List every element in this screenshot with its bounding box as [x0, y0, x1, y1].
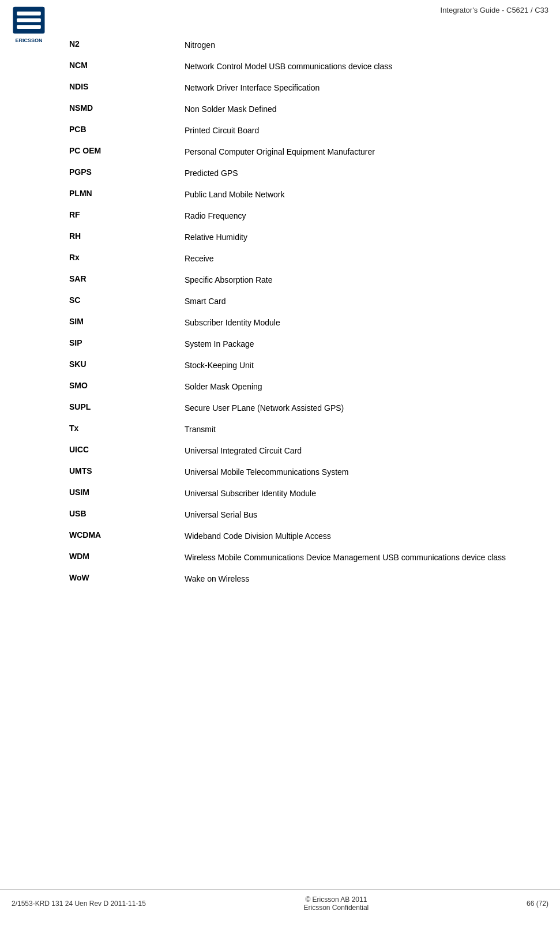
- footer-copyright-line1: © Ericsson AB 2011: [304, 896, 369, 904]
- abbrev-definition: Wake on Wireless: [185, 568, 525, 590]
- footer-doc-ref: 2/1553-KRD 131 24 Uen Rev D 2011-11-15: [12, 900, 146, 908]
- abbrev-definition: Personal Computer Original Equipment Man…: [185, 141, 525, 163]
- table-row: PCBPrinted Circuit Board: [69, 120, 525, 141]
- ericsson-logo: [12, 6, 46, 35]
- table-row: SKUStock-Keeping Unit: [69, 355, 525, 376]
- table-row: SARSpecific Absorption Rate: [69, 269, 525, 291]
- table-row: UMTSUniversal Mobile Telecommunications …: [69, 462, 525, 483]
- abbrev-term: PGPS: [69, 163, 185, 184]
- abbrev-definition: Solder Mask Opening: [185, 376, 525, 398]
- abbrev-term: Rx: [69, 248, 185, 269]
- table-row: SIMSubscriber Identity Module: [69, 312, 525, 334]
- table-row: SIPSystem In Package: [69, 334, 525, 355]
- abbrev-definition: Printed Circuit Board: [185, 120, 525, 141]
- abbrev-term: Tx: [69, 419, 185, 440]
- table-row: PGPSPredicted GPS: [69, 163, 525, 184]
- abbrev-definition: Predicted GPS: [185, 163, 525, 184]
- abbrev-term: PLMN: [69, 184, 185, 205]
- logo-area: ERICSSON: [12, 6, 46, 43]
- table-row: WoWWake on Wireless: [69, 568, 525, 590]
- abbrev-definition: Specific Absorption Rate: [185, 269, 525, 291]
- table-row: USIMUniversal Subscriber Identity Module: [69, 483, 525, 504]
- abbrev-term: NCM: [69, 56, 185, 77]
- svg-rect-2: [17, 18, 41, 23]
- table-row: USBUniversal Serial Bus: [69, 504, 525, 526]
- abbrev-definition: Universal Subscriber Identity Module: [185, 483, 525, 504]
- abbrev-definition: Public Land Mobile Network: [185, 184, 525, 205]
- abbrev-definition: Wireless Mobile Communications Device Ma…: [185, 547, 525, 568]
- abbrev-term: RF: [69, 205, 185, 227]
- footer-copyright: © Ericsson AB 2011 Ericsson Confidential: [304, 896, 369, 912]
- svg-rect-1: [17, 12, 41, 16]
- table-row: NCMNetwork Control Model USB communicati…: [69, 56, 525, 77]
- table-row: NSMDNon Solder Mask Defined: [69, 99, 525, 120]
- footer-copyright-line2: Ericsson Confidential: [304, 904, 369, 912]
- table-row: RxReceive: [69, 248, 525, 269]
- table-row: RFRadio Frequency: [69, 205, 525, 227]
- abbrev-term: NDIS: [69, 77, 185, 99]
- abbrev-term: SIM: [69, 312, 185, 334]
- abbrev-definition: Nitrogen: [185, 35, 525, 56]
- footer-page-number: 66 (72): [527, 900, 548, 908]
- main-content: N2NitrogenNCMNetwork Control Model USB c…: [0, 23, 560, 613]
- abbrev-definition: Secure User PLane (Network Assisted GPS): [185, 398, 525, 419]
- ericsson-label: ERICSSON: [12, 38, 46, 43]
- abbrev-term: NSMD: [69, 99, 185, 120]
- abbrev-term: SC: [69, 291, 185, 312]
- table-row: WDMWireless Mobile Communications Device…: [69, 547, 525, 568]
- abbrev-definition: Universal Integrated Circuit Card: [185, 440, 525, 462]
- table-row: N2Nitrogen: [69, 35, 525, 56]
- abbrev-term: WDM: [69, 547, 185, 568]
- abbrev-definition: Universal Mobile Telecommunications Syst…: [185, 462, 525, 483]
- table-row: SUPLSecure User PLane (Network Assisted …: [69, 398, 525, 419]
- abbrev-definition: Network Control Model USB communications…: [185, 56, 525, 77]
- abbreviations-table: N2NitrogenNCMNetwork Control Model USB c…: [69, 35, 525, 590]
- abbrev-term: UICC: [69, 440, 185, 462]
- abbrev-term: USB: [69, 504, 185, 526]
- abbrev-definition: Universal Serial Bus: [185, 504, 525, 526]
- page-footer: 2/1553-KRD 131 24 Uen Rev D 2011-11-15 ©…: [0, 889, 560, 917]
- abbrev-definition: Relative Humidity: [185, 227, 525, 248]
- abbrev-definition: Subscriber Identity Module: [185, 312, 525, 334]
- abbrev-term: SUPL: [69, 398, 185, 419]
- abbrev-definition: Stock-Keeping Unit: [185, 355, 525, 376]
- table-row: NDISNetwork Driver Interface Specificati…: [69, 77, 525, 99]
- abbrev-definition: Transmit: [185, 419, 525, 440]
- abbrev-definition: Network Driver Interface Specification: [185, 77, 525, 99]
- table-row: SMOSolder Mask Opening: [69, 376, 525, 398]
- abbrev-definition: Receive: [185, 248, 525, 269]
- table-row: PC OEMPersonal Computer Original Equipme…: [69, 141, 525, 163]
- abbrev-term: SIP: [69, 334, 185, 355]
- table-row: RHRelative Humidity: [69, 227, 525, 248]
- abbrev-term: N2: [69, 35, 185, 56]
- abbrev-term: SMO: [69, 376, 185, 398]
- abbrev-definition: System In Package: [185, 334, 525, 355]
- abbrev-term: SKU: [69, 355, 185, 376]
- abbrev-term: WCDMA: [69, 526, 185, 547]
- table-row: TxTransmit: [69, 419, 525, 440]
- abbrev-term: PC OEM: [69, 141, 185, 163]
- abbrev-term: PCB: [69, 120, 185, 141]
- abbrev-definition: Wideband Code Division Multiple Access: [185, 526, 525, 547]
- svg-rect-3: [17, 25, 41, 29]
- abbrev-term: RH: [69, 227, 185, 248]
- abbrev-definition: Non Solder Mask Defined: [185, 99, 525, 120]
- abbrev-term: SAR: [69, 269, 185, 291]
- table-row: UICCUniversal Integrated Circuit Card: [69, 440, 525, 462]
- abbrev-term: UMTS: [69, 462, 185, 483]
- document-title: Integrator's Guide - C5621 / C33: [441, 6, 548, 14]
- abbrev-definition: Smart Card: [185, 291, 525, 312]
- abbrev-term: WoW: [69, 568, 185, 590]
- table-row: SCSmart Card: [69, 291, 525, 312]
- abbrev-definition: Radio Frequency: [185, 205, 525, 227]
- table-row: PLMNPublic Land Mobile Network: [69, 184, 525, 205]
- abbrev-term: USIM: [69, 483, 185, 504]
- table-row: WCDMAWideband Code Division Multiple Acc…: [69, 526, 525, 547]
- page-header: Integrator's Guide - C5621 / C33: [0, 0, 560, 17]
